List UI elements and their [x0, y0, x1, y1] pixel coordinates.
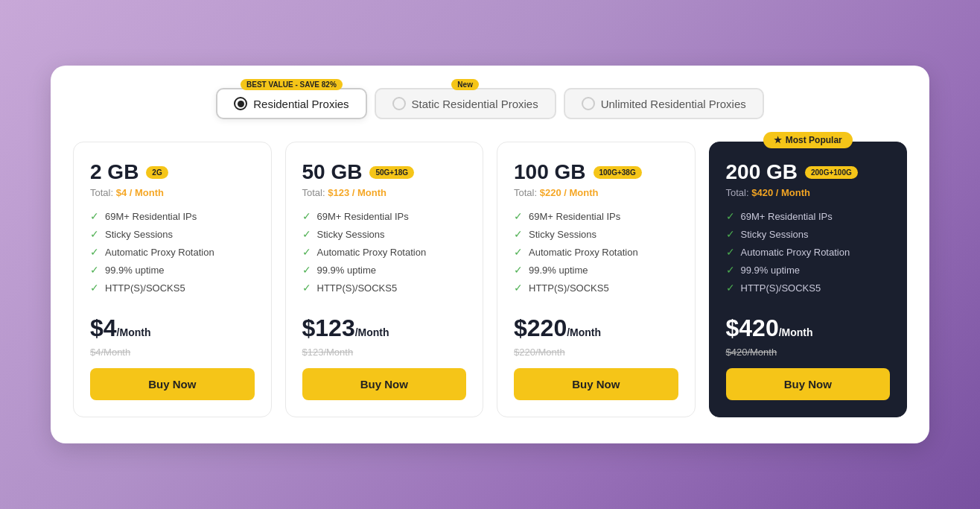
per-month-label: /Month — [355, 326, 389, 338]
check-icon: ✓ — [514, 210, 523, 222]
check-icon: ✓ — [302, 282, 311, 294]
feature-text: Automatic Proxy Rotation — [105, 247, 214, 258]
plan-header-2gb: 2 GB2G — [90, 160, 255, 184]
check-icon: ✓ — [302, 228, 311, 240]
tab-wrapper-unlimited: Unlimited Residential Proxies — [564, 88, 764, 119]
plan-total-price-50gb: $123 / Month — [328, 187, 386, 198]
plan-gb-50gb: 50 GB — [302, 160, 363, 184]
per-month-label: /Month — [567, 326, 601, 338]
check-icon: ✓ — [302, 210, 311, 222]
check-icon: ✓ — [514, 282, 523, 294]
buy-button-200gb[interactable]: Buy Now — [726, 368, 891, 400]
feature-text: 99.9% uptime — [741, 265, 801, 276]
plan-card-200gb: ★Most Popular200 GB200G+100GTotal: $420 … — [709, 142, 908, 417]
tab-residential[interactable]: Residential Proxies — [216, 88, 366, 119]
plan-gb-200gb: 200 GB — [726, 160, 798, 184]
feature-item: ✓Sticky Sessions — [302, 228, 467, 240]
feature-item: ✓69M+ Residential IPs — [302, 210, 467, 222]
plan-total-price-100gb: $220 / Month — [540, 187, 599, 198]
feature-item: ✓99.9% uptime — [90, 264, 255, 276]
most-popular-label: Most Popular — [786, 135, 842, 145]
feature-text: 99.9% uptime — [317, 265, 377, 276]
bonus-badge-200gb: 200G+100G — [805, 166, 858, 179]
plan-price-main-200gb: $420/Month — [726, 314, 891, 342]
tab-wrapper-static: NewStatic Residential Proxies — [375, 88, 556, 119]
feature-item: ✓Sticky Sessions — [726, 228, 891, 240]
plan-total-100gb: Total: $220 / Month — [514, 187, 678, 198]
check-icon: ✓ — [90, 228, 99, 240]
plan-header-50gb: 50 GB50G+18G — [302, 160, 467, 184]
plan-header-200gb: 200 GB200G+100G — [726, 160, 891, 184]
feature-item: ✓69M+ Residential IPs — [90, 210, 255, 222]
check-icon: ✓ — [302, 264, 311, 276]
plan-card-50gb: 50 GB50G+18GTotal: $123 / Month✓69M+ Res… — [285, 142, 484, 417]
feature-text: 69M+ Residential IPs — [105, 211, 197, 222]
tab-label-static: Static Residential Proxies — [412, 98, 538, 110]
plan-price-row-100gb: $220/Month — [514, 314, 678, 342]
radio-unlimited — [582, 97, 595, 110]
buy-button-100gb[interactable]: Buy Now — [514, 368, 678, 400]
plan-total-price-2gb: $4 / Month — [116, 187, 164, 198]
feature-text: 99.9% uptime — [529, 265, 588, 276]
feature-item: ✓HTTP(S)/SOCKS5 — [302, 282, 467, 294]
feature-item: ✓99.9% uptime — [514, 264, 678, 276]
plan-price-main-100gb: $220/Month — [514, 314, 678, 342]
check-icon: ✓ — [726, 210, 735, 222]
check-icon: ✓ — [514, 228, 523, 240]
plan-gb-100gb: 100 GB — [514, 160, 586, 184]
feature-text: 69M+ Residential IPs — [317, 211, 409, 222]
check-icon: ✓ — [90, 210, 99, 222]
feature-text: Sticky Sessions — [529, 229, 596, 240]
plan-price-old-200gb: $420/Month — [726, 347, 891, 358]
features-list-100gb: ✓69M+ Residential IPs✓Sticky Sessions✓Au… — [514, 210, 678, 300]
feature-item: ✓HTTP(S)/SOCKS5 — [90, 282, 255, 294]
feature-text: Sticky Sessions — [105, 229, 173, 240]
plan-total-200gb: Total: $420 / Month — [726, 187, 891, 198]
feature-text: 69M+ Residential IPs — [529, 211, 620, 222]
star-icon: ★ — [774, 135, 782, 145]
check-icon: ✓ — [726, 282, 735, 294]
radio-residential — [234, 97, 247, 110]
check-icon: ✓ — [726, 264, 735, 276]
check-icon: ✓ — [726, 246, 735, 258]
plan-price-row-200gb: $420/Month — [726, 314, 891, 342]
pricing-container: BEST VALUE - SAVE 82%Residential Proxies… — [51, 66, 929, 443]
tab-static[interactable]: Static Residential Proxies — [375, 88, 556, 119]
check-icon: ✓ — [514, 246, 523, 258]
feature-text: Sticky Sessions — [317, 229, 385, 240]
plan-price-old-50gb: $123/Month — [302, 347, 467, 358]
plan-total-price-200gb: $420 / Month — [751, 187, 810, 198]
plan-header-100gb: 100 GB100G+38G — [514, 160, 678, 184]
feature-item: ✓69M+ Residential IPs — [726, 210, 891, 222]
pricing-grid: 2 GB2GTotal: $4 / Month✓69M+ Residential… — [73, 142, 907, 417]
check-icon: ✓ — [726, 228, 735, 240]
bonus-badge-2gb: 2G — [146, 166, 168, 179]
feature-text: HTTP(S)/SOCKS5 — [741, 282, 821, 294]
plan-price-main-50gb: $123/Month — [302, 314, 467, 342]
per-month-label: /Month — [779, 326, 813, 338]
price-value: $4 — [90, 314, 117, 341]
bonus-badge-100gb: 100G+38G — [594, 166, 642, 179]
feature-item: ✓Sticky Sessions — [90, 228, 255, 240]
check-icon: ✓ — [514, 264, 523, 276]
feature-item: ✓99.9% uptime — [726, 264, 891, 276]
buy-button-2gb[interactable]: Buy Now — [90, 368, 255, 400]
feature-item: ✓Automatic Proxy Rotation — [302, 246, 467, 258]
check-icon: ✓ — [90, 282, 99, 294]
most-popular-badge: ★Most Popular — [763, 132, 853, 148]
feature-item: ✓Sticky Sessions — [514, 228, 678, 240]
feature-item: ✓69M+ Residential IPs — [514, 210, 678, 222]
check-icon: ✓ — [90, 246, 99, 258]
plan-total-2gb: Total: $4 / Month — [90, 187, 255, 198]
feature-text: HTTP(S)/SOCKS5 — [105, 282, 185, 294]
buy-button-50gb[interactable]: Buy Now — [302, 368, 467, 400]
radio-static — [392, 97, 406, 110]
feature-text: 69M+ Residential IPs — [741, 211, 833, 222]
tab-unlimited[interactable]: Unlimited Residential Proxies — [564, 88, 764, 119]
feature-item: ✓99.9% uptime — [302, 264, 467, 276]
feature-text: Automatic Proxy Rotation — [741, 247, 850, 258]
features-list-2gb: ✓69M+ Residential IPs✓Sticky Sessions✓Au… — [90, 210, 255, 300]
plan-card-2gb: 2 GB2GTotal: $4 / Month✓69M+ Residential… — [73, 142, 272, 417]
plan-price-old-2gb: $4/Month — [90, 347, 255, 358]
plan-price-main-2gb: $4/Month — [90, 314, 255, 342]
